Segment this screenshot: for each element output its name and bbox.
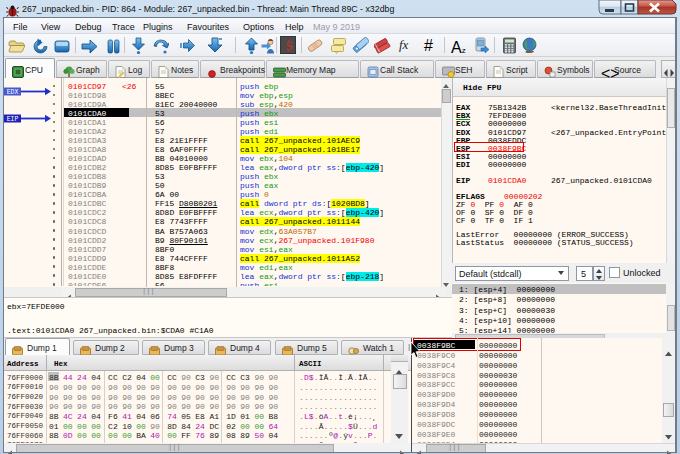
svg-text:EDX: EDX [7,89,19,96]
svg-text:EIP: EIP [7,116,19,123]
